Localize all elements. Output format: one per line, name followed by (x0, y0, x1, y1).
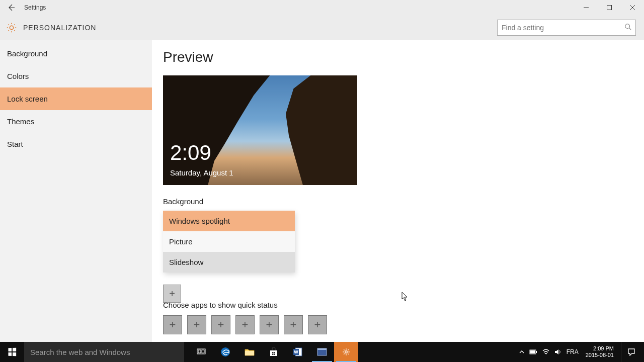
option-label: Picture (169, 237, 193, 246)
gear-icon (6, 22, 17, 33)
sidebar-item-background[interactable]: Background (0, 42, 152, 65)
store-icon (269, 347, 278, 356)
svg-rect-6 (202, 350, 204, 353)
language-indicator[interactable]: FRA (567, 348, 579, 355)
edge-icon (220, 347, 230, 357)
task-view-button[interactable] (189, 342, 213, 362)
settings-window: Settings PERSONALIZATION Background Colo… (0, 0, 644, 342)
volume-icon[interactable] (554, 349, 561, 355)
svg-rect-5 (198, 350, 201, 353)
option-label: Slideshow (169, 258, 203, 266)
battery-icon[interactable] (529, 349, 537, 355)
notification-icon (627, 348, 635, 356)
wifi-icon[interactable] (542, 349, 549, 355)
sidebar: Background Colors Lock screen Themes Sta… (0, 40, 152, 342)
preview-time: 2:09 (170, 141, 211, 165)
task-icons: W (189, 342, 358, 362)
svg-point-2 (625, 24, 630, 29)
svg-rect-13 (274, 354, 276, 355)
background-dropdown[interactable]: Windows spotlight Picture Slideshow (163, 211, 295, 273)
sidebar-item-label: Start (7, 140, 23, 148)
sidebar-item-lock-screen[interactable]: Lock screen (0, 87, 152, 110)
cursor-icon (401, 292, 409, 302)
taskbar: Search the web and Windows W FRA (0, 342, 644, 362)
svg-rect-9 (270, 350, 277, 356)
gear-icon (342, 347, 351, 356)
preview-date: Saturday, August 1 (170, 168, 233, 177)
windows-logo-icon (8, 348, 16, 356)
window-icon (317, 348, 327, 356)
tray-chevron-icon[interactable] (519, 349, 524, 354)
sidebar-item-colors[interactable]: Colors (0, 65, 152, 87)
action-center-button[interactable] (621, 342, 641, 362)
start-button[interactable] (0, 342, 24, 362)
back-button[interactable] (0, 0, 22, 15)
quick-status-tile[interactable]: + (235, 315, 255, 334)
store-button[interactable] (262, 342, 286, 362)
edge-button[interactable] (213, 342, 237, 362)
option-slideshow[interactable]: Slideshow (163, 252, 295, 273)
settings-search[interactable] (497, 20, 636, 36)
maximize-icon (607, 5, 612, 10)
sidebar-item-label: Lock screen (7, 95, 48, 103)
option-picture[interactable]: Picture (163, 231, 295, 252)
sidebar-item-label: Themes (7, 117, 34, 126)
taskbar-search[interactable]: Search the web and Windows (24, 342, 184, 362)
add-app-detailed-tile[interactable]: + (163, 285, 181, 303)
close-icon (630, 5, 635, 10)
close-button[interactable] (621, 0, 644, 15)
settings-search-input[interactable] (502, 24, 624, 32)
svg-rect-8 (245, 351, 254, 355)
task-view-icon (197, 348, 206, 355)
quick-status-label: Choose apps to show quick status (163, 301, 633, 309)
svg-point-19 (345, 351, 348, 353)
content-pane: Preview 2:09 Saturday, August 1 Backgrou… (152, 40, 644, 342)
svg-rect-11 (274, 352, 276, 353)
svg-rect-12 (272, 354, 274, 355)
svg-rect-22 (530, 350, 535, 353)
taskbar-search-placeholder: Search the web and Windows (30, 348, 130, 356)
window-title: Settings (24, 4, 46, 11)
titlebar: Settings (0, 0, 644, 15)
file-explorer-button[interactable] (237, 342, 262, 362)
option-windows-spotlight[interactable]: Windows spotlight (163, 211, 295, 231)
category-title: PERSONALIZATION (23, 24, 96, 32)
svg-rect-18 (317, 348, 327, 350)
option-label: Windows spotlight (169, 217, 230, 225)
lockscreen-preview: 2:09 Saturday, August 1 (163, 75, 357, 185)
svg-rect-10 (272, 352, 274, 353)
quick-status-tile[interactable]: + (187, 315, 206, 334)
sidebar-item-label: Colors (7, 72, 29, 80)
quick-status-tile[interactable]: + (163, 315, 182, 334)
quick-status-tile[interactable]: + (211, 315, 230, 334)
background-label: Background (163, 197, 633, 206)
arrow-left-icon (7, 4, 15, 12)
app-button[interactable] (310, 342, 334, 362)
quick-status-tile[interactable]: + (308, 315, 327, 334)
svg-rect-1 (607, 6, 612, 10)
header-row: PERSONALIZATION (0, 15, 644, 40)
minimize-button[interactable] (575, 0, 598, 15)
folder-icon (245, 348, 255, 356)
sidebar-item-start[interactable]: Start (0, 133, 152, 155)
quick-status-tile[interactable]: + (284, 315, 303, 334)
maximize-button[interactable] (598, 0, 621, 15)
sidebar-item-themes[interactable]: Themes (0, 110, 152, 133)
quick-status-tiles: + + + + + + + (163, 315, 633, 334)
settings-taskbar-button[interactable] (334, 342, 358, 362)
svg-line-3 (629, 28, 631, 30)
quick-status-tile[interactable]: + (260, 315, 279, 334)
sidebar-item-label: Background (7, 49, 47, 58)
clock-time: 2:09 PM (586, 345, 614, 352)
svg-text:W: W (294, 349, 298, 354)
preview-heading: Preview (163, 49, 633, 65)
taskbar-clock[interactable]: 2:09 PM 2015-08-01 (584, 345, 616, 358)
word-icon: W (293, 347, 303, 357)
word-button[interactable]: W (286, 342, 310, 362)
svg-rect-21 (536, 351, 537, 353)
minimize-icon (584, 5, 589, 10)
clock-date: 2015-08-01 (586, 352, 614, 358)
search-icon (624, 23, 631, 32)
system-tray: FRA 2:09 PM 2015-08-01 (519, 342, 644, 362)
